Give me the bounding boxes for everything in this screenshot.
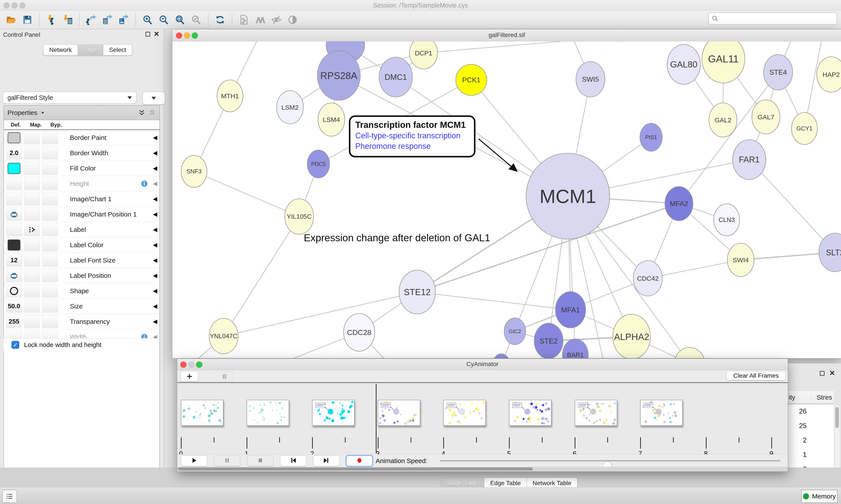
import-network-icon[interactable]: [46, 14, 57, 25]
network-node-bar1[interactable]: BAR1: [562, 339, 588, 358]
table-row[interactable]: 1: [788, 448, 834, 462]
mapping-cell[interactable]: [24, 284, 40, 297]
zoom-in-icon[interactable]: [142, 14, 153, 25]
bypass-cell[interactable]: [42, 223, 58, 236]
property-row-image-chart-position-1[interactable]: Image/Chart Position 1◀: [4, 207, 159, 222]
apply-layout-icon[interactable]: [214, 14, 226, 25]
network-node-pdc5[interactable]: PDC5: [307, 150, 329, 178]
property-row-shape[interactable]: Shape◀: [4, 283, 159, 299]
bypass-cell[interactable]: [42, 254, 58, 267]
network-node-snf3[interactable]: SNF3: [181, 156, 207, 187]
property-row-transparency[interactable]: 255Transparency◀: [4, 314, 159, 329]
expand-all-icon[interactable]: [138, 109, 145, 116]
default-value-cell[interactable]: [6, 284, 22, 297]
network-node-swi4[interactable]: SWI4: [727, 243, 754, 276]
bypass-cell[interactable]: [42, 315, 58, 328]
memory-button[interactable]: Memory: [801, 490, 838, 503]
network-node-ste4[interactable]: STE4: [764, 55, 793, 90]
property-row-label-font-size[interactable]: 12Label Font Size◀: [4, 253, 159, 268]
bypass-cell[interactable]: [42, 177, 58, 190]
default-value-cell[interactable]: [6, 269, 22, 282]
expand-property-icon[interactable]: ◀: [153, 134, 157, 141]
default-value-cell[interactable]: 50.0: [6, 300, 22, 313]
mapping-cell[interactable]: [24, 162, 40, 175]
frame-thumbnail-0[interactable]: [181, 400, 223, 426]
export-image-icon[interactable]: [118, 14, 129, 25]
property-row-label-color[interactable]: Label Color◀: [4, 237, 159, 253]
property-row-label[interactable]: Label◀: [4, 222, 159, 237]
expand-property-icon[interactable]: ◀: [153, 303, 157, 310]
timeline-strip[interactable]: 0123456789 Seconds: [177, 383, 788, 454]
mapping-cell[interactable]: [24, 193, 40, 205]
network-node-dcp1[interactable]: DCP1: [410, 41, 437, 69]
frame-thumbnail-3[interactable]: [378, 400, 420, 426]
network-edge[interactable]: [679, 72, 778, 204]
style-options-button[interactable]: [142, 91, 165, 105]
network-node-swi5[interactable]: SWI5: [576, 61, 605, 97]
skip-start-button[interactable]: [280, 456, 306, 466]
default-value-cell[interactable]: [6, 162, 22, 175]
tab-style[interactable]: Style: [78, 44, 103, 55]
import-table-icon[interactable]: [62, 14, 73, 25]
network-node-alpha2[interactable]: ALPHA2: [613, 314, 650, 358]
record-button[interactable]: [346, 456, 373, 466]
network-edge[interactable]: [223, 217, 299, 336]
network-node-cdc42[interactable]: CDC42: [633, 260, 662, 296]
ui-settings-button[interactable]: [2, 490, 17, 503]
bypass-cell[interactable]: [42, 146, 58, 159]
mapping-cell[interactable]: [24, 223, 40, 236]
bypass-cell[interactable]: [42, 238, 58, 251]
add-frame-button[interactable]: [181, 371, 198, 381]
frame-thumbnail-6[interactable]: [575, 400, 617, 426]
property-row-border-width[interactable]: 2.0Border Width◀: [4, 145, 159, 161]
mapping-cell[interactable]: [24, 177, 40, 190]
frame-thumbnail-4[interactable]: [443, 400, 486, 426]
timeline-playhead[interactable]: [376, 384, 376, 453]
network-node-lsm4[interactable]: LSM4: [318, 103, 345, 136]
close-panel-icon[interactable]: ✕: [154, 31, 159, 37]
network-node-dmc1[interactable]: DMC1: [379, 57, 412, 97]
property-row-image-chart-1[interactable]: Image/Chart 1◀: [4, 191, 159, 207]
network-node-ste2[interactable]: STE2: [534, 323, 563, 358]
float-panel-icon[interactable]: [820, 371, 825, 376]
frame-thumbnail-2[interactable]: [312, 400, 355, 426]
save-session-icon[interactable]: [22, 14, 33, 25]
network-edge[interactable]: [749, 160, 835, 252]
annotation-box[interactable]: Transcription factor MCM1 Cell-type-spec…: [349, 115, 476, 158]
default-value-cell[interactable]: [6, 131, 22, 144]
property-row-height[interactable]: Height◀: [4, 176, 159, 191]
table-column-header[interactable]: ity: [788, 394, 811, 401]
clear-all-frames-button[interactable]: Clear All Frames: [727, 371, 786, 380]
default-value-cell[interactable]: [6, 238, 22, 251]
default-value-cell[interactable]: [6, 223, 22, 236]
style-select[interactable]: galFiltered Style: [3, 91, 137, 104]
expand-property-icon[interactable]: ◀: [153, 318, 157, 325]
network-node-cln3[interactable]: CLN3: [714, 204, 739, 236]
mapping-cell[interactable]: [24, 269, 40, 282]
tab-network[interactable]: Network: [43, 44, 78, 55]
export-network-icon[interactable]: [86, 14, 97, 25]
default-value-cell[interactable]: [6, 208, 22, 221]
expand-property-icon[interactable]: ◀: [153, 196, 157, 202]
default-value-cell[interactable]: 2.0: [6, 146, 22, 159]
network-edge[interactable]: [417, 292, 571, 310]
tab-select[interactable]: Select: [103, 44, 132, 55]
bypass-cell[interactable]: [42, 193, 58, 205]
skip-end-button[interactable]: [313, 456, 339, 466]
mapping-cell[interactable]: [24, 208, 40, 221]
mapping-cell[interactable]: [24, 238, 40, 251]
mapping-cell[interactable]: [24, 300, 40, 313]
zoom-fit-icon[interactable]: [174, 14, 186, 25]
network-node-pis1[interactable]: PIS1: [640, 123, 662, 151]
mapping-cell[interactable]: [24, 146, 40, 159]
default-value-cell[interactable]: 255: [6, 315, 22, 328]
property-row-fill-color[interactable]: Fill Color◀: [4, 161, 159, 176]
default-value-cell[interactable]: 12: [6, 254, 22, 267]
network-node-yil105c[interactable]: YIL105C: [285, 199, 314, 234]
expand-property-icon[interactable]: ◀: [153, 149, 157, 156]
table-column-header[interactable]: Stres: [811, 394, 834, 401]
bypass-cell[interactable]: [42, 300, 58, 313]
network-node-pck1[interactable]: PCK1: [456, 65, 487, 95]
properties-header[interactable]: Properties: [4, 106, 159, 120]
open-session-icon[interactable]: [5, 14, 17, 25]
